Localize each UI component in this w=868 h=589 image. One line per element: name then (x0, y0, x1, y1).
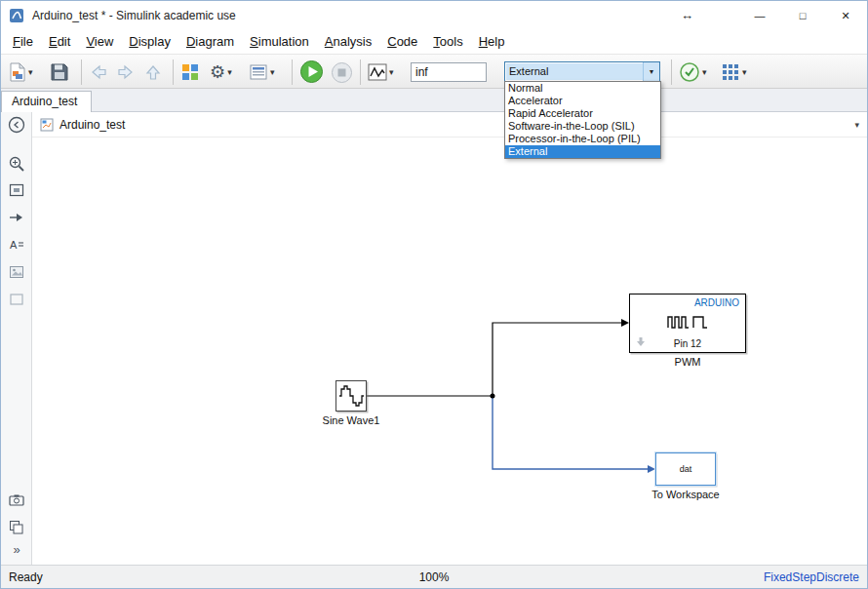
menu-tools[interactable]: Tools (425, 30, 470, 54)
breadcrumb-item-root[interactable]: Arduino_test (40, 118, 125, 132)
sim-mode-option-normal[interactable]: Normal (505, 82, 660, 95)
up-arrow-icon (143, 62, 163, 82)
deploy-grid-icon (721, 62, 740, 82)
breadcrumb: Arduino_test ▾ (32, 112, 867, 137)
menu-display[interactable]: Display (121, 30, 178, 54)
circle-back-icon (8, 116, 25, 134)
minimize-button[interactable]: — (738, 1, 781, 30)
editor-body: A (1, 112, 867, 565)
add-image-button[interactable] (7, 262, 26, 282)
tab-arduino-test[interactable]: Arduino_test (1, 91, 92, 113)
library-browser-button[interactable] (180, 60, 200, 84)
stop-icon (331, 61, 353, 84)
simulation-mode-value: External (506, 63, 643, 80)
add-area-button[interactable] (7, 290, 26, 309)
to-workspace-variable: dat (680, 464, 692, 474)
double-chevron-icon: » (13, 542, 20, 557)
pwm-block[interactable]: ARDUINO Pin 12 (629, 294, 746, 353)
toolbar-separator (671, 59, 672, 85)
add-signal-button[interactable] (7, 208, 26, 227)
sine-wave-block[interactable] (335, 380, 367, 412)
breadcrumb-dropdown-button[interactable]: ▾ (854, 120, 859, 130)
chevron-down-icon: ▾ (270, 67, 275, 77)
simulation-mode-combobox[interactable]: External ▾ (504, 61, 660, 82)
chevron-down-icon: ▾ (227, 67, 232, 77)
menu-view[interactable]: View (78, 30, 121, 54)
deploy-to-hardware-button[interactable]: ▾ (721, 60, 747, 84)
menu-edit[interactable]: Edit (41, 30, 78, 54)
fit-to-view-button[interactable] (7, 180, 26, 200)
block-label-to-workspace[interactable]: To Workspace (617, 489, 754, 500)
scope-button[interactable]: ▾ (368, 60, 394, 84)
scope-waveform-icon (368, 62, 387, 82)
resize-handle-icon: ↔ (681, 8, 693, 22)
stop-time-input[interactable] (411, 62, 487, 82)
block-label-pwm[interactable]: PWM (629, 356, 746, 368)
signal-arrow-icon (8, 209, 25, 226)
sim-mode-option-rapid-accelerator[interactable]: Rapid Accelerator (505, 107, 660, 120)
breadcrumb-label: Arduino_test (59, 118, 125, 132)
run-button[interactable] (299, 59, 324, 83)
image-icon (8, 263, 25, 281)
area-box-icon (8, 291, 25, 308)
zoom-level: 100% (419, 570, 450, 584)
sim-mode-option-accelerator[interactable]: Accelerator (505, 95, 660, 107)
new-model-button[interactable]: ▾ (9, 60, 33, 84)
chevron-down-icon: ▾ (650, 67, 653, 76)
chevron-down-icon: ▾ (702, 67, 707, 77)
save-icon (50, 62, 69, 82)
block-label-sine[interactable]: Sine Wave1 (293, 414, 410, 426)
maximize-button[interactable]: □ (781, 1, 824, 30)
to-workspace-block[interactable]: dat (655, 452, 716, 486)
palette-sidebar: A (1, 112, 32, 565)
menu-code[interactable]: Code (379, 30, 425, 54)
toolbar-separator (360, 59, 361, 85)
arduino-header-label: ARDUINO (694, 297, 739, 308)
model-explorer-button[interactable]: ▾ (249, 60, 275, 84)
toolbar: ▾ (1, 54, 867, 89)
model-settings-button[interactable]: ⚙ ▾ (210, 60, 232, 84)
forward-button[interactable] (116, 60, 136, 84)
menu-simulation[interactable]: Simulation (242, 30, 317, 54)
more-tools-button[interactable]: » (7, 539, 26, 559)
menu-help[interactable]: Help (471, 30, 513, 54)
editor-main: Arduino_test ▾ (32, 112, 867, 565)
model-canvas[interactable]: Sine Wave1 ARDUINO Pin 12 PWM dat (32, 137, 867, 565)
save-button[interactable] (50, 60, 69, 84)
solver-link[interactable]: FixedStepDiscrete (764, 570, 859, 584)
combobox-arrow-button[interactable]: ▾ (643, 62, 659, 81)
menu-diagram[interactable]: Diagram (178, 30, 242, 54)
model-explorer-icon (249, 62, 268, 82)
viewmark-gallery-button[interactable] (7, 518, 26, 537)
close-button[interactable]: ✕ (824, 1, 867, 30)
sim-mode-option-pil[interactable]: Processor-in-the-Loop (PIL) (505, 133, 660, 145)
menu-analysis[interactable]: Analysis (317, 30, 379, 54)
forward-arrow-icon (116, 62, 136, 82)
camera-icon (8, 491, 25, 509)
fit-view-icon (8, 181, 25, 199)
window-controls: — □ ✕ (738, 1, 867, 30)
viewmark-button[interactable] (7, 491, 26, 510)
menu-file[interactable]: File (5, 30, 41, 54)
simulink-logo-icon (9, 8, 24, 23)
zoom-magnifier-icon (8, 155, 25, 173)
stop-button[interactable] (331, 60, 353, 84)
toolbar-separator (173, 59, 174, 85)
hide-browser-button[interactable] (7, 115, 26, 135)
sim-mode-option-sil[interactable]: Software-in-the-Loop (SIL) (505, 120, 660, 133)
simulink-window: Arduino_test * - Simulink academic use ↔… (0, 0, 868, 589)
up-to-parent-button[interactable] (143, 60, 163, 84)
new-model-icon (9, 62, 26, 82)
zoom-button[interactable] (7, 154, 26, 174)
update-diagram-button[interactable]: ▾ (679, 60, 707, 84)
sim-mode-option-external[interactable]: External (505, 145, 660, 158)
status-text: Ready (1, 570, 43, 584)
window-title: Arduino_test * - Simulink academic use (32, 9, 236, 22)
back-button[interactable] (89, 60, 108, 84)
menu-bar: File Edit View Display Diagram Simulatio… (1, 30, 867, 54)
pin-label: Pin 12 (630, 338, 745, 349)
status-bar: Ready 100% FixedStepDiscrete (1, 565, 867, 588)
toolbar-separator (292, 59, 293, 85)
chevron-down-icon: ▾ (28, 67, 33, 77)
annotation-button[interactable]: A (7, 235, 26, 255)
